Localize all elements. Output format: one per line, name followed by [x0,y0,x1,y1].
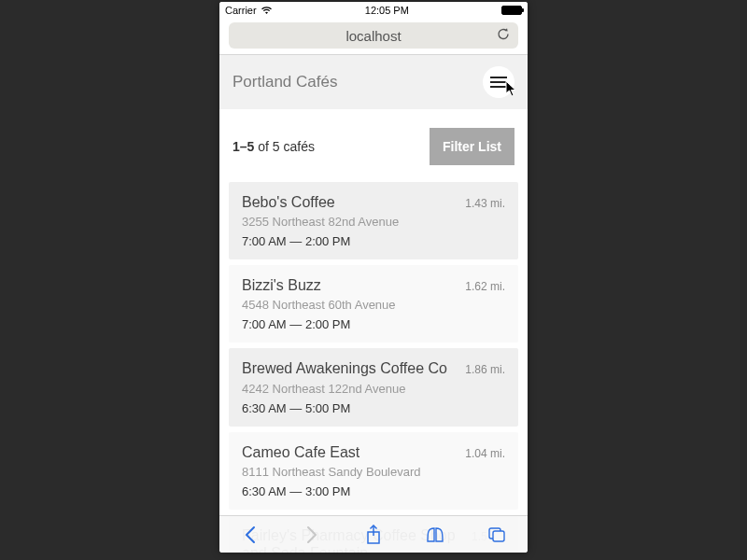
results-summary-row: 1–5 of 5 cafés Filter List [219,109,528,182]
cafe-distance: 1.62 mi. [465,280,505,293]
results-count: 1–5 of 5 cafés [233,139,315,154]
svg-rect-1 [490,81,507,83]
browser-url-row: localhost [219,19,528,54]
list-item[interactable]: Bebo's Coffee 1.43 mi. 3255 Northeast 82… [229,182,518,259]
status-bar: Carrier 12:05 PM [219,2,528,19]
cafe-address: 4548 Northeast 60th Avenue [242,298,505,312]
cafe-list[interactable]: Bebo's Coffee 1.43 mi. 3255 Northeast 82… [219,182,528,553]
menu-icon [490,76,507,89]
url-text: localhost [345,28,401,44]
back-button[interactable] [232,516,269,553]
cafe-hours: 7:00 AM — 2:00 PM [242,234,505,248]
cafe-name: Cameo Cafe East [242,443,456,461]
bookmarks-button[interactable] [416,516,454,553]
results-range: 1–5 [233,139,254,154]
cafe-distance: 1.86 mi. [465,363,505,376]
cafe-name: Brewed Awakenings Coffee Co [242,359,456,377]
url-bar[interactable]: localhost [229,22,518,49]
list-item[interactable]: Cameo Cafe East 1.04 mi. 8111 Northeast … [229,432,518,510]
svg-rect-5 [493,531,504,541]
cafe-address: 4242 Northeast 122nd Avenue [242,382,505,396]
forward-button[interactable] [293,516,331,553]
wifi-icon [261,6,273,15]
menu-button[interactable] [483,66,514,98]
cafe-address: 3255 Northeast 82nd Avenue [242,215,505,229]
cafe-hours: 6:30 AM — 5:00 PM [242,401,505,415]
cafe-address: 8111 Northeast Sandy Boulevard [242,465,505,479]
page-title: Portland Cafés [233,73,337,91]
cafe-name: Bizzi's Buzz [242,276,456,294]
reload-icon[interactable] [496,27,511,45]
phone-frame: Carrier 12:05 PM localhost Portland [219,2,528,553]
cafe-hours: 6:30 AM — 3:00 PM [242,484,505,498]
cafe-distance: 1.04 mi. [465,447,505,460]
carrier-label: Carrier [225,5,257,16]
battery-icon [501,6,522,15]
share-button[interactable] [355,516,392,553]
list-item[interactable]: Bizzi's Buzz 1.62 mi. 4548 Northeast 60t… [229,265,518,343]
cafe-distance: 1.43 mi. [465,197,505,210]
svg-rect-0 [490,77,507,78]
browser-toolbar [219,515,528,553]
tabs-button[interactable] [478,516,515,553]
page-header: Portland Cafés [219,55,528,109]
svg-rect-2 [490,86,507,88]
cafe-name: Bebo's Coffee [242,193,456,211]
cafe-hours: 7:00 AM — 2:00 PM [242,317,505,331]
clock: 12:05 PM [365,5,409,16]
filter-button[interactable]: Filter List [430,128,514,165]
list-item[interactable]: Brewed Awakenings Coffee Co 1.86 mi. 424… [229,348,518,426]
results-suffix: of 5 cafés [254,139,315,154]
